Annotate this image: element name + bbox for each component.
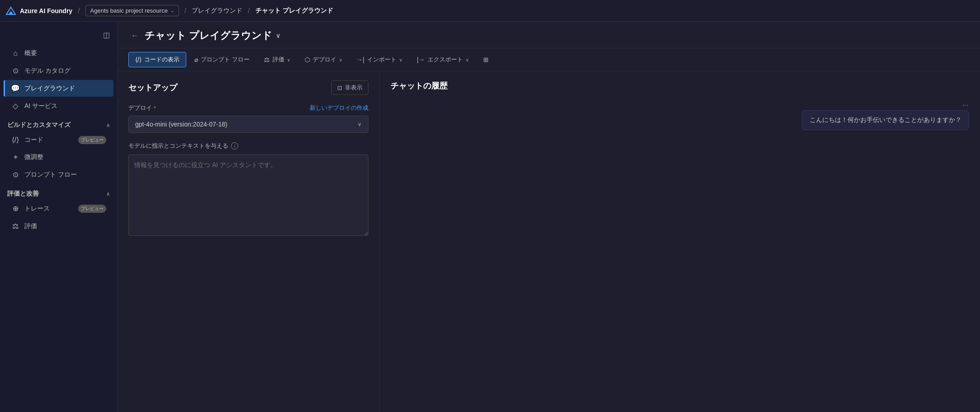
- sidebar: ◫ ⌂ 概要 ⊙ モデル カタログ 💬 プレイグラウンド ◇ AI サービス ビ…: [0, 22, 118, 412]
- prompt-flow-icon: ⊙: [11, 170, 20, 179]
- sidebar-item-model-catalog-label: モデル カタログ: [24, 67, 106, 75]
- nav-sep-1: /: [78, 7, 80, 15]
- eval-section-label: 評価と改善: [7, 190, 39, 198]
- main-layout: ◫ ⌂ 概要 ⊙ モデル カタログ 💬 プレイグラウンド ◇ AI サービス ビ…: [0, 22, 980, 412]
- setup-title: セットアップ: [128, 82, 177, 93]
- brand-logo-area: Azure AI Foundry: [5, 5, 72, 16]
- sidebar-item-code[interactable]: ⟨/⟩ コード プレビュー: [4, 131, 113, 148]
- trace-icon: ⊕: [11, 204, 20, 213]
- context-textarea[interactable]: [128, 154, 368, 236]
- sidebar-item-eval-label: 評価: [24, 222, 106, 230]
- export-label: エクスポート: [428, 56, 463, 64]
- export-dropdown-icon: ∨: [466, 57, 469, 62]
- eval-icon: ⚖: [11, 222, 20, 230]
- breadcrumb-chat-playground: チャット プレイグラウンド: [255, 7, 333, 15]
- eval-section-header[interactable]: 評価と改善 ∧: [0, 185, 117, 200]
- back-button[interactable]: ←: [128, 31, 141, 41]
- code-preview-badge: プレビュー: [78, 136, 106, 144]
- overview-icon: ⌂: [11, 49, 20, 57]
- project-selector-button[interactable]: Agents basic project resource ⌄: [85, 5, 179, 16]
- breadcrumb-playground[interactable]: プレイグラウンド: [192, 7, 242, 15]
- hide-icon: ⊡: [337, 84, 342, 91]
- eval-button[interactable]: ⚖ 評価 ∨: [258, 52, 297, 67]
- eval-toolbar-icon: ⚖: [264, 56, 270, 63]
- setup-panel: セットアップ ⊡ 非表示 デプロイ * 新しいデプロイの作成 gpt-4o-mi…: [118, 71, 380, 412]
- build-section-label: ビルドとカスタマイズ: [7, 121, 71, 129]
- sidebar-item-finetune-label: 微調整: [24, 153, 106, 161]
- sidebar-toggle-area: ◫: [0, 25, 117, 45]
- playground-content: セットアップ ⊡ 非表示 デプロイ * 新しいデプロイの作成 gpt-4o-mi…: [118, 71, 980, 412]
- chat-bubble-assistant: ... こんにちは！何かお手伝いできることがありますか？: [802, 98, 969, 130]
- nav-sep-2: /: [184, 7, 186, 15]
- sidebar-item-ai-services-label: AI サービス: [24, 102, 106, 110]
- chat-bubble-actions: ...: [802, 98, 969, 108]
- sidebar-item-eval[interactable]: ⚖ 評価: [4, 218, 113, 234]
- deploy-label-text: デプロイ: [128, 104, 152, 112]
- deploy-select-chevron-icon: ∨: [358, 121, 362, 127]
- back-arrow-icon: ←: [131, 32, 138, 40]
- deploy-dropdown-icon: ∨: [339, 57, 342, 62]
- sidebar-collapse-icon: ◫: [103, 31, 110, 39]
- azure-ai-foundry-logo: [5, 5, 16, 16]
- build-section-header[interactable]: ビルドとカスタマイズ ∧: [0, 117, 117, 131]
- deploy-field-label: デプロイ *: [128, 104, 156, 112]
- top-navigation: Azure AI Foundry / Agents basic project …: [0, 0, 980, 22]
- deploy-select-value: gpt-4o-mini (version:2024-07-18): [135, 121, 227, 128]
- chat-history-title: チャットの履歴: [391, 80, 969, 91]
- deploy-button[interactable]: ⬡ デプロイ ∨: [298, 52, 349, 67]
- export-icon: |→: [417, 56, 425, 63]
- sidebar-item-ai-services[interactable]: ◇ AI サービス: [4, 98, 113, 114]
- bubble-more-button[interactable]: ...: [961, 98, 969, 108]
- required-star: *: [154, 105, 156, 112]
- deploy-label: デプロイ: [313, 56, 336, 64]
- prompt-flow-button[interactable]: ⌀ プロンプト フロー: [188, 52, 256, 67]
- sidebar-collapse-button[interactable]: ◫: [101, 29, 112, 41]
- prompt-flow-label: プロンプト フロー: [201, 56, 250, 64]
- ai-services-icon: ◇: [11, 102, 20, 110]
- content-area: ← チャット プレイグラウンド ∨ ⟨/⟩ コードの表示 ⌀ プロンプト フロー…: [118, 22, 980, 412]
- grid-icon: ⊞: [483, 56, 489, 63]
- assistant-message-text: こんにちは！何かお手伝いできることがありますか？: [810, 116, 961, 123]
- build-section-chevron-icon: ∧: [106, 122, 110, 128]
- deploy-select-dropdown[interactable]: gpt-4o-mini (version:2024-07-18) ∨: [128, 116, 368, 133]
- page-title-dropdown-icon[interactable]: ∨: [276, 32, 280, 39]
- import-icon: →|: [357, 56, 365, 63]
- hide-button[interactable]: ⊡ 非表示: [331, 80, 368, 95]
- sidebar-item-model-catalog[interactable]: ⊙ モデル カタログ: [4, 62, 113, 79]
- toolbar: ⟨/⟩ コードの表示 ⌀ プロンプト フロー ⚖ 評価 ∨ ⬡ デプロイ ∨ →…: [118, 48, 980, 71]
- sidebar-item-trace[interactable]: ⊕ トレース プレビュー: [4, 200, 113, 217]
- sidebar-item-overview[interactable]: ⌂ 概要: [4, 45, 113, 61]
- hide-label: 非表示: [345, 84, 363, 92]
- export-button[interactable]: |→ エクスポート ∨: [410, 52, 475, 67]
- setup-header: セットアップ ⊡ 非表示: [128, 80, 368, 95]
- chat-panel: チャットの履歴 ... こんにちは！何かお手伝いできることがありますか？: [380, 71, 980, 412]
- page-header: ← チャット プレイグラウンド ∨: [118, 22, 980, 48]
- chat-bubble-content: こんにちは！何かお手伝いできることがありますか？: [802, 110, 969, 130]
- new-deploy-link[interactable]: 新しいデプロイの作成: [310, 104, 368, 112]
- page-title-text: チャット プレイグラウンド: [145, 29, 272, 42]
- eval-label: 評価: [273, 56, 284, 64]
- trace-preview-badge: プレビュー: [78, 205, 106, 213]
- sidebar-item-prompt-flow[interactable]: ⊙ プロンプト フロー: [4, 166, 113, 183]
- deploy-row: デプロイ * 新しいデプロイの作成: [128, 104, 368, 112]
- project-selector-label: Agents basic project resource: [90, 7, 168, 14]
- deploy-toolbar-icon: ⬡: [305, 56, 310, 63]
- import-button[interactable]: →| インポート ∨: [350, 52, 409, 67]
- project-selector-chevron-icon: ⌄: [170, 8, 174, 13]
- import-label: インポート: [367, 56, 396, 64]
- sidebar-item-finetune[interactable]: ⌖ 微調整: [4, 149, 113, 165]
- brand-name: Azure AI Foundry: [20, 7, 72, 14]
- sidebar-item-code-label: コード: [24, 136, 74, 144]
- sidebar-item-playground-label: プレイグラウンド: [24, 84, 106, 93]
- grid-button[interactable]: ⊞: [477, 53, 495, 66]
- eval-dropdown-icon: ∨: [287, 57, 290, 62]
- code-view-icon: ⟨/⟩: [135, 56, 141, 63]
- nav-sep-3: /: [248, 7, 250, 15]
- sidebar-item-playground[interactable]: 💬 プレイグラウンド: [4, 80, 113, 97]
- svg-marker-1: [9, 11, 13, 14]
- code-view-button[interactable]: ⟨/⟩ コードの表示: [128, 52, 186, 67]
- import-dropdown-icon: ∨: [399, 57, 402, 62]
- context-info-icon[interactable]: i: [231, 142, 238, 150]
- context-label: モデルに指示とコンテキストを与える i: [128, 142, 368, 150]
- code-icon: ⟨/⟩: [11, 136, 20, 144]
